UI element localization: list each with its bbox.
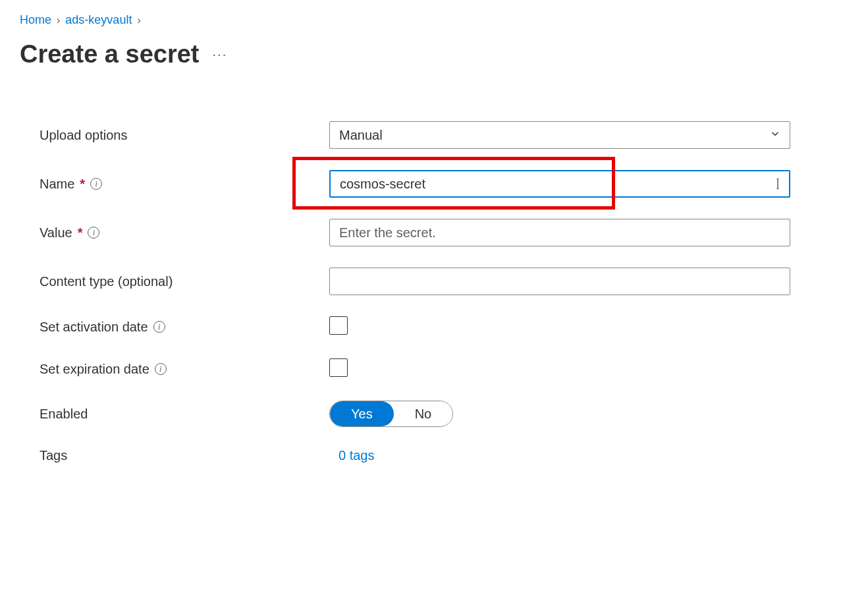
breadcrumb: Home › ads-keyvault › <box>20 13 848 27</box>
info-icon[interactable]: i <box>90 178 102 190</box>
enabled-yes-button[interactable]: Yes <box>330 401 394 426</box>
content-type-input[interactable] <box>329 268 790 295</box>
info-icon[interactable]: i <box>153 321 165 333</box>
value-input[interactable] <box>329 219 790 246</box>
tags-row: Tags 0 tags <box>40 448 810 463</box>
tags-link[interactable]: 0 tags <box>339 448 374 463</box>
enabled-no-button[interactable]: No <box>394 401 453 426</box>
info-icon[interactable]: i <box>88 227 99 239</box>
form-container: Upload options Manual Name * i <box>20 121 810 463</box>
breadcrumb-resource-link[interactable]: ads-keyvault <box>65 13 132 27</box>
required-star-icon: * <box>78 225 83 241</box>
expiration-date-checkbox[interactable] <box>329 358 348 377</box>
page-title: Create a secret <box>20 40 200 69</box>
tags-label: Tags <box>40 448 329 463</box>
info-icon[interactable]: i <box>155 363 167 375</box>
more-options-icon[interactable]: ··· <box>213 47 228 62</box>
expiration-date-label: Set expiration date i <box>40 362 329 377</box>
upload-options-select[interactable]: Manual <box>329 121 790 149</box>
content-type-row: Content type (optional) <box>40 268 810 295</box>
enabled-row: Enabled Yes No <box>40 401 810 427</box>
activation-date-checkbox[interactable] <box>329 316 348 335</box>
enabled-toggle: Yes No <box>329 401 453 427</box>
upload-options-label: Upload options <box>40 128 329 143</box>
expiration-date-row: Set expiration date i <box>40 358 810 380</box>
value-row: Value * i <box>40 219 810 246</box>
required-star-icon: * <box>80 177 85 192</box>
upload-options-row: Upload options Manual <box>40 121 810 149</box>
breadcrumb-home-link[interactable]: Home <box>20 13 51 27</box>
name-label: Name * i <box>40 177 329 192</box>
chevron-right-icon: › <box>57 14 60 26</box>
name-input[interactable] <box>329 170 790 198</box>
enabled-label: Enabled <box>40 407 329 422</box>
activation-date-label: Set activation date i <box>40 320 329 335</box>
value-label: Value * i <box>40 225 329 241</box>
page-title-row: Create a secret ··· <box>20 40 848 69</box>
chevron-right-icon: › <box>137 14 140 26</box>
activation-date-row: Set activation date i <box>40 316 810 337</box>
name-row: Name * i <box>40 170 810 198</box>
content-type-label: Content type (optional) <box>40 274 329 289</box>
